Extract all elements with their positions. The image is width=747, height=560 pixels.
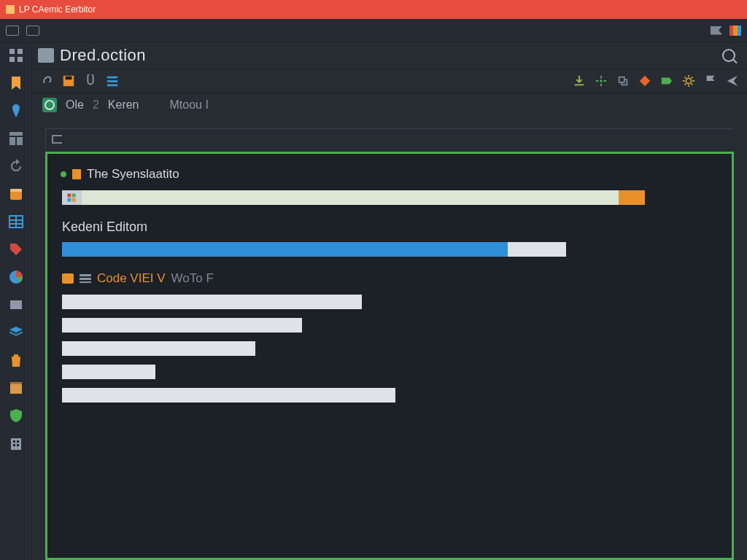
svg-rect-17 (11, 438, 21, 450)
section-title: The Syenslaatito (87, 167, 179, 182)
svg-rect-8 (10, 189, 22, 192)
diamond-icon[interactable] (638, 74, 652, 88)
svg-rect-30 (72, 193, 76, 197)
section-header-2: Kedeni Editom (62, 219, 723, 235)
activitybar (0, 42, 32, 560)
app-icon (6, 5, 15, 14)
editor-tabstrip (45, 128, 734, 149)
download-icon[interactable] (572, 74, 587, 88)
svg-rect-5 (9, 137, 15, 145)
svg-rect-23 (66, 77, 72, 80)
panel-icon[interactable] (7, 296, 25, 314)
tag-icon[interactable] (7, 241, 25, 258)
bar-segment (62, 242, 508, 257)
layout-icon[interactable] (7, 130, 25, 147)
bar-segment (645, 190, 717, 205)
trash-icon[interactable] (7, 351, 25, 369)
svg-rect-31 (68, 198, 71, 202)
bar-row (62, 318, 302, 332)
shield-icon[interactable] (7, 407, 25, 424)
svg-point-28 (686, 78, 691, 83)
breadcrumb-item[interactable]: Ole (66, 98, 84, 112)
svg-rect-25 (107, 80, 117, 82)
section-header-1: The Syenslaatito (61, 167, 723, 182)
list-icon[interactable] (105, 74, 120, 88)
breadcrumb-item[interactable]: 2 (93, 98, 99, 112)
titlebar: LP CAemic Eerbitor (0, 0, 747, 19)
svg-rect-16 (10, 382, 22, 385)
pie-icon[interactable] (7, 268, 25, 286)
palette-icon[interactable] (729, 26, 741, 36)
svg-rect-4 (9, 132, 23, 136)
section-title-secondary: WoTo F (171, 271, 214, 286)
flag-icon[interactable] (703, 74, 718, 88)
menubar (0, 19, 747, 42)
link-icon[interactable] (39, 74, 54, 88)
svg-rect-29 (68, 193, 71, 197)
svg-rect-15 (10, 384, 22, 394)
breadcrumb-icon (42, 98, 57, 112)
label-icon[interactable] (659, 74, 674, 88)
breadcrumb-item[interactable]: Keren (108, 98, 139, 112)
status-dot-icon (61, 171, 66, 177)
page-icon (38, 48, 54, 63)
toolbar (32, 69, 747, 93)
window-restore-icon[interactable] (6, 26, 19, 36)
box-icon[interactable] (7, 379, 25, 397)
bar-row (62, 295, 362, 309)
refresh-icon[interactable] (7, 158, 25, 175)
send-icon[interactable] (725, 74, 740, 88)
svg-rect-24 (107, 77, 117, 79)
export-icon[interactable] (616, 74, 630, 88)
table-icon[interactable] (7, 213, 25, 230)
svg-rect-6 (17, 137, 23, 145)
window-title: LP CAemic Eerbitor (19, 4, 96, 15)
pin-icon[interactable] (7, 102, 25, 120)
folder-icon (62, 273, 74, 284)
tab-icon[interactable] (52, 135, 62, 144)
breadcrumb: Ole 2 Keren Mtoou I (32, 93, 747, 117)
svg-point-27 (600, 79, 603, 82)
svg-rect-14 (10, 300, 22, 309)
editor-frame: The Syenslaatito Kedeni Editom Code VIEI… (45, 152, 734, 560)
bar-row (62, 365, 155, 379)
flag-icon[interactable] (711, 26, 722, 35)
svg-rect-20 (13, 444, 15, 446)
stack-icon[interactable] (7, 324, 25, 341)
page-title: Dred.oction (60, 46, 146, 65)
main-area: Dred.oction Ole 2 Keren Mtoou I (32, 42, 747, 560)
svg-rect-18 (13, 440, 15, 443)
folder-icon (72, 169, 81, 179)
bar-segment (566, 242, 717, 257)
building-icon[interactable] (7, 435, 25, 452)
audio-icon[interactable] (83, 74, 98, 88)
bar-segment (508, 242, 567, 257)
bookmark-icon[interactable] (7, 74, 25, 92)
bar-segment (62, 190, 82, 205)
svg-rect-2 (9, 57, 15, 62)
section-header-3: Code VIEI V WoTo F (62, 271, 723, 286)
header: Dred.oction (32, 42, 747, 69)
gear-icon[interactable] (681, 74, 696, 88)
bar-row-1 (62, 190, 717, 205)
section-title-primary: Code VIEI V (97, 271, 166, 286)
window-secondary-icon[interactable] (26, 26, 39, 36)
svg-rect-26 (107, 85, 117, 87)
svg-rect-19 (17, 440, 19, 443)
save-icon[interactable] (61, 74, 76, 88)
bar-row (62, 341, 255, 356)
target-icon[interactable] (594, 74, 608, 88)
svg-rect-0 (9, 49, 15, 54)
breadcrumb-item[interactable]: Mtoou I (170, 98, 209, 112)
bar-segment (619, 190, 645, 205)
grid-icon[interactable] (7, 47, 25, 64)
calendar-icon[interactable] (7, 185, 25, 203)
svg-rect-3 (18, 57, 23, 62)
bar-row-2 (62, 242, 717, 257)
svg-rect-1 (18, 49, 23, 54)
bar-segment (82, 190, 619, 205)
bar-row (62, 388, 395, 402)
search-icon[interactable] (722, 49, 735, 62)
svg-rect-21 (17, 444, 19, 446)
svg-rect-32 (72, 198, 76, 202)
